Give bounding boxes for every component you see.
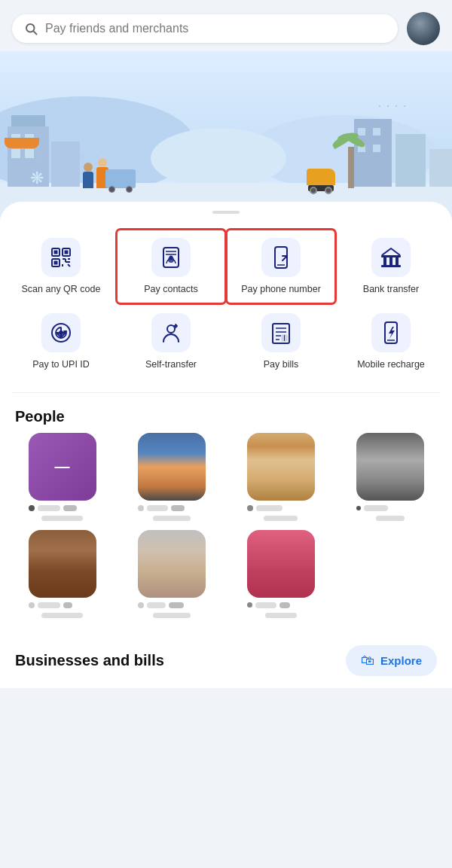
pay-contacts-icon [151,238,191,277]
person-amount-bar-5 [63,602,72,608]
svg-rect-23 [381,265,401,267]
self-transfer-icon [151,313,191,352]
scan-qr-icon [41,238,81,277]
self-transfer-label: Self-transfer [145,358,197,370]
person-name-bar-5 [38,602,60,608]
person-dot-3 [247,505,253,511]
biz-section: Businesses and bills 🛍 Explore [0,633,452,688]
pay-bills-icon [261,313,301,352]
mobile-recharge-icon [371,313,411,352]
svg-point-28 [59,330,63,335]
hero-illustration: · · · · · · · · · · ❋ [0,51,452,217]
person-card-6[interactable] [121,530,221,618]
header: Pay friends and merchants [0,0,452,51]
action-bank-transfer[interactable]: Bank transfer [336,229,446,304]
action-pay-contacts[interactable]: Pay contacts [116,229,226,304]
pay-phone-icon [261,238,301,277]
explore-button[interactable]: 🛍 Explore [346,645,437,676]
person-sub-6 [153,613,191,618]
svg-rect-6 [65,251,69,254]
explore-label: Explore [380,654,422,667]
person-amount-bar-2 [171,505,185,511]
svg-rect-22 [381,255,401,257]
pay-bills-label: Pay bills [264,358,299,370]
svg-rect-5 [54,251,58,254]
person-sub-2 [153,516,191,521]
person-amount-bar-6 [169,602,184,608]
person-name-row-4 [356,505,424,511]
person-amount-bar-7 [279,602,290,608]
person-avatar-4 [356,433,424,501]
svg-rect-24 [383,257,386,265]
action-self-transfer[interactable]: Self-transfer [116,304,226,379]
person-dot-2 [138,505,144,511]
mobile-recharge-label: Mobile recharge [357,358,425,370]
decoration-lotus: ❋ [30,169,44,188]
person-name-bar-1 [38,505,60,511]
person-name-bar-4 [364,505,388,511]
bank-transfer-label: Bank transfer [363,283,419,295]
action-pay-phone[interactable]: Pay phone number [226,229,336,304]
person-avatar-6 [138,530,206,598]
action-pay-bills[interactable]: Pay bills [226,304,336,379]
person-dot-7 [247,602,252,608]
person-avatar-7 [247,530,315,598]
action-pay-upi[interactable]: Pay to UPI ID [6,304,116,379]
people-section-title: People [0,399,452,433]
people-grid [0,433,452,627]
person-name-row-1 [29,505,96,511]
person-name-bar-6 [147,602,166,608]
person-dot-4 [356,506,361,510]
person-name-bar-2 [147,505,168,511]
decoration-dots-right: · · · · [377,96,407,114]
avatar[interactable] [407,12,440,45]
person-name-row-5 [29,602,96,608]
explore-icon: 🛍 [361,653,374,669]
person-amount-bar-1 [63,505,77,511]
person-name-row-2 [138,505,206,511]
svg-rect-7 [54,261,58,265]
search-bar[interactable]: Pay friends and merchants [12,14,398,43]
biz-section-title: Businesses and bills [15,652,164,669]
person-card-2[interactable] [121,433,221,521]
person-sub-4 [376,516,405,521]
bank-transfer-icon [371,238,411,277]
svg-line-13 [68,264,70,266]
person-dot-6 [138,602,144,608]
person-dot-5 [29,602,35,608]
person-sub-3 [264,516,298,521]
person-avatar-1 [29,433,96,501]
action-scan-qr[interactable]: Scan any QR code [6,229,116,304]
person-card-7[interactable] [231,530,331,618]
person-avatar-2 [138,433,206,501]
decoration-dots-left: · · · · · · [23,147,102,164]
person-name-row-3 [247,505,315,511]
pay-upi-label: Pay to UPI ID [32,358,90,370]
person-card-1[interactable] [12,433,112,521]
person-avatar-3 [247,433,315,501]
person-card-5[interactable] [12,530,112,618]
svg-rect-25 [389,257,392,265]
section-divider [12,392,440,393]
search-icon [24,22,38,35]
person-card-3[interactable] [231,433,331,521]
drag-handle [212,211,240,214]
person-card-4[interactable] [340,433,440,521]
person-sub-5 [41,613,83,618]
pay-upi-icon [41,313,81,352]
person-name-row-6 [138,602,206,608]
actions-grid: Scan any QR code Pay contacts [0,229,452,386]
person-amount-2 [41,516,83,521]
person-name-bar-7 [255,602,276,608]
person-name-bar-3 [256,505,282,511]
scan-qr-label: Scan any QR code [22,283,101,295]
action-mobile-recharge[interactable]: Mobile recharge [336,304,446,379]
svg-rect-26 [396,257,399,265]
person-sub-7 [265,613,297,618]
person-dot-1 [29,505,35,511]
search-placeholder: Pay friends and merchants [45,22,188,35]
card-section: Scan any QR code Pay contacts [0,202,452,688]
pay-contacts-label: Pay contacts [144,283,198,295]
svg-line-1 [33,31,36,34]
person-name-row-7 [247,602,315,608]
